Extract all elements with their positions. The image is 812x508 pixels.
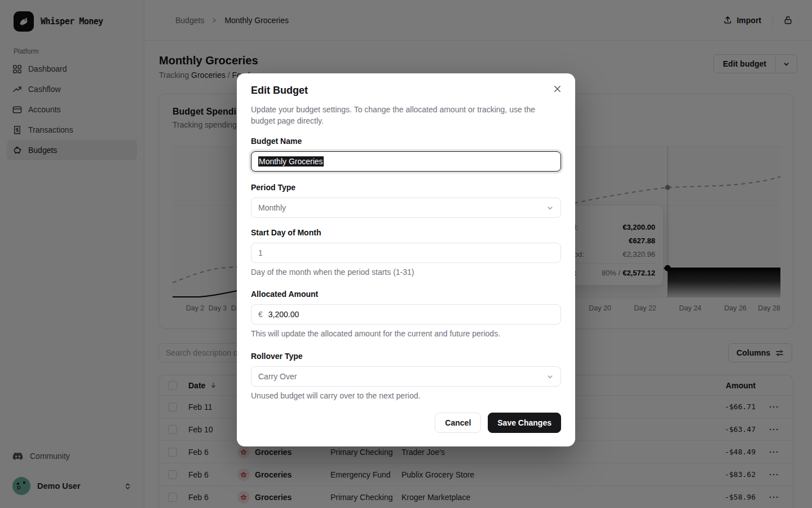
rollover-type-select[interactable]: Carry Over xyxy=(251,366,561,387)
period-type-value: Monthly xyxy=(258,203,286,212)
currency-prefix: € xyxy=(258,310,263,319)
allocated-amount-label: Allocated Amount xyxy=(251,290,561,301)
budget-name-input[interactable]: Monthly Groceries xyxy=(251,151,561,172)
start-day-input[interactable]: 1 xyxy=(251,243,561,263)
chevron-down-icon xyxy=(546,204,554,212)
modal-description: Update your budget settings. To change t… xyxy=(251,104,561,126)
cancel-button[interactable]: Cancel xyxy=(435,413,481,433)
modal-footer: Cancel Save Changes xyxy=(251,413,561,433)
chevron-down-icon xyxy=(546,373,554,380)
allocated-amount-value: 3,200.00 xyxy=(268,310,299,319)
modal-title: Edit Budget xyxy=(251,85,561,99)
rollover-type-label: Rollover Type xyxy=(251,352,561,363)
start-day-value: 1 xyxy=(258,248,263,257)
start-day-help: Day of the month when the period starts … xyxy=(251,268,561,278)
budget-name-label: Budget Name xyxy=(251,137,561,148)
save-changes-button[interactable]: Save Changes xyxy=(488,413,561,433)
period-type-label: Period Type xyxy=(251,183,561,194)
allocated-amount-help: This will update the allocated amount fo… xyxy=(251,329,561,339)
close-icon xyxy=(553,85,562,93)
rollover-type-value: Carry Over xyxy=(258,372,297,381)
app-root: Whisper Money Platform Dashboard Cashflo… xyxy=(0,0,812,508)
close-button[interactable] xyxy=(550,81,565,97)
rollover-help: Unused budget will carry over to the nex… xyxy=(251,391,561,401)
period-type-select[interactable]: Monthly xyxy=(251,198,561,218)
edit-budget-modal: Edit Budget Update your budget settings.… xyxy=(237,73,575,446)
selected-text: Monthly Groceries xyxy=(258,156,324,167)
allocated-amount-input[interactable]: € 3,200.00 xyxy=(251,304,561,325)
start-day-label: Start Day of Month xyxy=(251,228,561,239)
